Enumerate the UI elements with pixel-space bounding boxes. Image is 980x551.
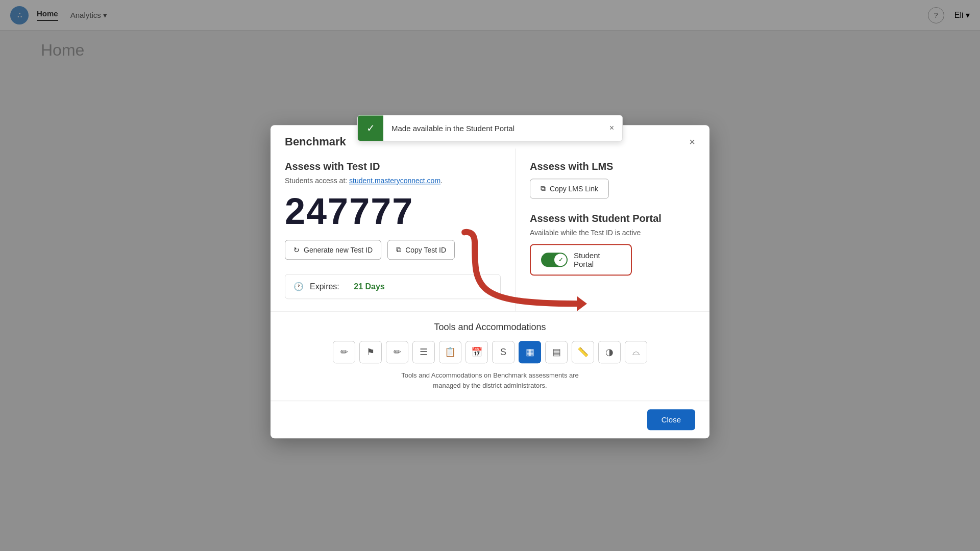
tool-notes[interactable]: 📋 (439, 341, 461, 363)
tools-title: Tools and Accommodations (285, 322, 695, 333)
tool-highlight[interactable]: ✏ (386, 341, 408, 363)
expires-days: 21 Days (354, 282, 385, 291)
student-portal-toggle-box[interactable]: ✓ Student Portal (530, 244, 632, 276)
portal-section-title: Assess with Student Portal (530, 213, 695, 224)
modal-footer: Close (271, 400, 709, 438)
portal-available-text: Available while the Test ID is active (530, 229, 695, 237)
tool-other[interactable]: ⌓ (625, 341, 647, 363)
toast-notification: ✓ Made available in the Student Portal × (357, 115, 623, 141)
right-panel: Assess with LMS ⧉ Copy LMS Link Assess w… (516, 148, 709, 311)
clock-icon: 🕐 (293, 282, 304, 291)
test-id-section-title: Assess with Test ID (285, 161, 501, 172)
modal: ✓ Made available in the Student Portal ×… (271, 125, 709, 438)
action-buttons: ↻ Generate new Test ID ⧉ Copy Test ID (285, 240, 501, 260)
tool-ruler[interactable]: 📏 (572, 341, 594, 363)
portal-toggle-label: Student Portal (574, 251, 621, 268)
student-portal-link[interactable]: student.masteryconnect.com (349, 177, 440, 185)
tool-protractor[interactable]: ◑ (598, 341, 621, 363)
modal-body: Assess with Test ID Students access at: … (271, 148, 709, 311)
modal-title: Benchmark (285, 135, 346, 148)
link-icon: ⧉ (541, 184, 546, 193)
tools-icons: ✏ ⚑ ✏ ☰ 📋 📅 S ▦ ▤ 📏 ◑ ⌓ (285, 341, 695, 363)
tool-planner[interactable]: 📅 (465, 341, 488, 363)
copy-lms-link-button[interactable]: ⧉ Copy LMS Link (530, 179, 609, 198)
copy-icon: ⧉ (396, 245, 401, 254)
expires-row: 🕐 Expires: 21 Days (285, 274, 501, 299)
student-portal-section: Assess with Student Portal Available whi… (530, 213, 695, 276)
tools-section: Tools and Accommodations ✏ ⚑ ✏ ☰ 📋 📅 S ▦… (271, 311, 709, 400)
tool-formula[interactable]: ▤ (545, 341, 568, 363)
student-portal-toggle[interactable]: ✓ (541, 253, 568, 267)
lms-section-title: Assess with LMS (530, 161, 695, 172)
tool-calculator-active[interactable]: ▦ (519, 341, 541, 363)
toast-message: Made available in the Student Portal (383, 117, 601, 140)
close-button[interactable]: Close (647, 409, 695, 430)
tool-flag[interactable]: ⚑ (359, 341, 382, 363)
tools-note: Tools and Accommodations on Benchmark as… (285, 370, 695, 390)
toggle-knob: ✓ (554, 254, 567, 266)
test-id-number: 247777 (285, 193, 501, 230)
lms-section: Assess with LMS ⧉ Copy LMS Link (530, 161, 695, 198)
tool-strikethrough[interactable]: S (492, 341, 514, 363)
access-url-row: Students access at: student.masteryconne… (285, 177, 501, 185)
toast-success-icon: ✓ (358, 115, 383, 141)
toast-close-button[interactable]: × (601, 116, 622, 140)
modal-close-x-button[interactable]: × (689, 136, 695, 148)
tool-annotate[interactable]: ✏ (333, 341, 355, 363)
refresh-icon: ↻ (293, 246, 300, 254)
modal-wrapper: ✓ Made available in the Student Portal ×… (271, 125, 709, 438)
left-panel: Assess with Test ID Students access at: … (271, 148, 516, 311)
tool-line-reader[interactable]: ☰ (412, 341, 435, 363)
generate-test-id-button[interactable]: ↻ Generate new Test ID (285, 240, 381, 260)
copy-test-id-button[interactable]: ⧉ Copy Test ID (387, 240, 455, 260)
toggle-check-icon: ✓ (558, 257, 563, 263)
